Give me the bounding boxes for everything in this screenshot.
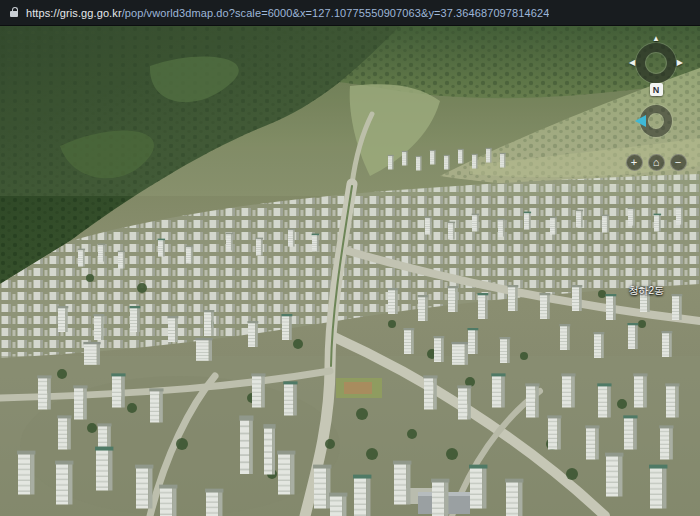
map-viewport[interactable]: ▲ ▼ ◀ ▶ N + ⌂ − 청하2동 [0,26,700,516]
url-path: /pop/vworld3dmap.do?scale=6000&x=127.107… [122,7,550,19]
lock-icon[interactable] [10,11,18,17]
rotate-tilt-control[interactable] [635,100,677,142]
home-button[interactable]: ⌂ [648,154,665,171]
tilt-pointer-icon [635,115,646,127]
pan-control[interactable]: ▲ ▼ ◀ ▶ [629,36,683,90]
zoom-out-button[interactable]: − [670,154,687,171]
map-navigation-widget: ▲ ▼ ◀ ▶ N + ⌂ − [626,36,686,171]
address-bar[interactable]: https://gris.gg.go.kr/pop/vworld3dmap.do… [0,0,700,26]
pan-right-arrow-icon[interactable]: ▶ [677,59,683,67]
zoom-in-button[interactable]: + [626,154,643,171]
zoom-controls: + ⌂ − [626,154,687,171]
map-3d-view[interactable] [0,26,700,516]
pan-up-arrow-icon[interactable]: ▲ [652,35,660,43]
pan-left-arrow-icon[interactable]: ◀ [629,59,635,67]
north-reset-button[interactable]: N [650,83,663,96]
map-place-label: 청하2동 [628,284,664,298]
pan-ring-icon[interactable] [636,43,676,83]
url-domain: https://gris.gg.go.kr [26,7,122,19]
url-text[interactable]: https://gris.gg.go.kr/pop/vworld3dmap.do… [26,7,549,19]
browser-window: https://gris.gg.go.kr/pop/vworld3dmap.do… [0,0,700,516]
